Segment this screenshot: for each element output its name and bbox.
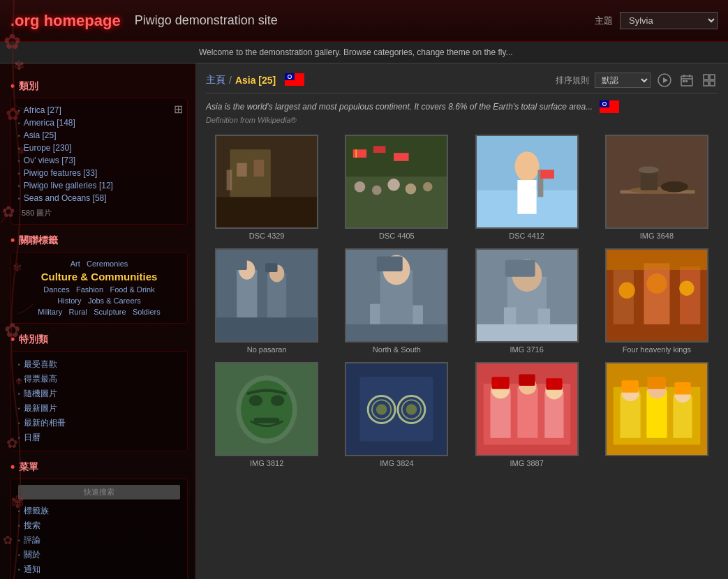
photo-item-img3824[interactable]: IMG 3824	[336, 362, 457, 467]
cat-item-ovviews[interactable]: Ov' views [73]	[18, 154, 180, 167]
tag-history[interactable]: History	[57, 296, 81, 305]
photo-thumb-last[interactable]	[605, 362, 708, 456]
thumb-inner	[477, 250, 577, 341]
cat-piwigofeatures-link[interactable]: Piwigo features [33]	[24, 168, 97, 178]
photo-label-nopasaran: No pasaran	[247, 345, 287, 354]
svg-rect-31	[394, 153, 408, 161]
special-recentalbums-link[interactable]: 最新的相冊	[24, 417, 66, 429]
cat-item-piwigolive[interactable]: Piwigo live galleries [12]	[18, 179, 180, 192]
theme-select[interactable]: Sylvia Bootstrap Clear Default Elegant G…	[620, 12, 718, 29]
svg-point-84	[271, 396, 284, 407]
cat-item-seasoceans[interactable]: Seas and Oceans [58]	[18, 192, 180, 204]
special-calendar-link[interactable]: 日曆	[24, 432, 40, 444]
menu-comments-link[interactable]: 評論	[24, 534, 40, 546]
menu-tags[interactable]: 標籤族	[18, 504, 180, 518]
cat-america-link[interactable]: America [148]	[24, 118, 75, 128]
thumb-svg-dsc4405	[346, 135, 447, 229]
menu-search[interactable]: 搜索	[18, 518, 180, 533]
svg-rect-25	[227, 170, 232, 190]
menu-search-link[interactable]: 搜索	[24, 520, 40, 532]
thumb-inner	[216, 363, 317, 455]
photo-thumb-fourheavenly[interactable]	[605, 248, 708, 343]
breadcrumb: 主頁 / Asia [25]	[206, 73, 304, 88]
thumb-inner	[477, 363, 577, 455]
cat-item-africa[interactable]: Africa [27]	[18, 104, 180, 116]
tag-culture[interactable]: Culture & Communities	[41, 271, 158, 283]
special-random-link[interactable]: 隨機圖片	[24, 388, 57, 400]
menu-notification[interactable]: 通知	[18, 562, 180, 577]
special-recent-link[interactable]: 最新圖片	[24, 403, 57, 414]
cat-item-europe[interactable]: Europe [230]	[18, 142, 180, 154]
breadcrumb-home[interactable]: 主頁	[206, 74, 225, 87]
tag-art[interactable]: Art	[70, 260, 80, 268]
tag-food[interactable]: Food & Drink	[110, 285, 154, 294]
calendar-icon-svg	[680, 73, 694, 87]
photo-thumb-dsc4405[interactable]	[345, 135, 448, 229]
thumb-inner	[607, 250, 707, 341]
photo-item-fourheavenly[interactable]: Four heavenly kings	[596, 248, 718, 354]
cat-item-piwigofeatures[interactable]: Piwigo features [33]	[18, 167, 180, 179]
tag-sculpture[interactable]: Sculpture	[94, 308, 126, 316]
svg-point-39	[514, 151, 539, 181]
special-recent[interactable]: 最新圖片	[18, 401, 180, 416]
special-toprated-link[interactable]: 得票最高	[24, 373, 57, 385]
cat-europe-link[interactable]: Europe [230]	[24, 143, 72, 153]
photo-item-img3716[interactable]: IMG 3716	[466, 248, 588, 354]
cat-item-america[interactable]: America [148]	[18, 116, 180, 129]
cat-africa-link[interactable]: Africa [27]	[24, 105, 61, 115]
cat-piwigolive-link[interactable]: Piwigo live galleries [12]	[24, 181, 113, 190]
photo-thumb-northsouth[interactable]	[345, 248, 448, 343]
photo-item-dsc4405[interactable]: DSC 4405	[336, 135, 457, 240]
svg-point-19	[603, 103, 606, 105]
photo-thumb-img3887[interactable]	[475, 362, 579, 456]
photo-item-img3812[interactable]: IMG 3812	[206, 362, 327, 467]
menu-tags-link[interactable]: 標籤族	[24, 505, 49, 517]
photo-thumb-dsc4412[interactable]	[475, 135, 579, 229]
photo-thumb-dsc4329[interactable]	[215, 135, 318, 229]
tag-fashion[interactable]: Fashion	[76, 285, 103, 294]
svg-rect-29	[356, 149, 357, 158]
tag-rural[interactable]: Rural	[68, 308, 87, 316]
photo-thumb-nopasaran[interactable]	[215, 248, 318, 343]
special-random[interactable]: 隨機圖片	[18, 386, 180, 401]
photo-thumb-img3716[interactable]	[475, 248, 579, 343]
svg-point-48	[661, 181, 688, 193]
menu-notification-link[interactable]: 通知	[24, 564, 40, 576]
tag-ceremonies[interactable]: Ceremonies	[87, 260, 128, 268]
tag-military[interactable]: Military	[38, 308, 62, 316]
tag-dances[interactable]: Dances	[43, 285, 69, 294]
photo-item-img3648[interactable]: IMG 3648	[596, 135, 718, 240]
welcome-text: Welcome to the demonstration gallery. Br…	[199, 47, 513, 57]
sort-select[interactable]: 默認 文件名 評分 訪問次數 最新上傳	[595, 73, 651, 88]
tag-jobs[interactable]: Jobs & Careers	[88, 296, 141, 305]
photo-thumb-img3812[interactable]	[215, 362, 318, 456]
tag-soldiers[interactable]: Soldiers	[133, 308, 161, 316]
slideshow-icon[interactable]	[656, 72, 673, 89]
thumb-inner	[607, 363, 707, 455]
photo-item-dsc4412[interactable]: DSC 4412	[466, 135, 588, 240]
menu-about[interactable]: 關於	[18, 548, 180, 562]
special-favorites[interactable]: 最受喜歡	[18, 357, 180, 372]
photo-item-nopasaran[interactable]: No pasaran	[206, 248, 327, 354]
menu-about-link[interactable]: 關於	[24, 549, 40, 561]
category-name: Asia	[235, 75, 256, 86]
special-favorites-link[interactable]: 最受喜歡	[24, 359, 57, 370]
cat-ovviews-link[interactable]: Ov' views [73]	[24, 156, 75, 165]
special-toprated[interactable]: 得票最高	[18, 372, 180, 386]
photo-item-last[interactable]	[596, 362, 718, 467]
menu-comments[interactable]: 評論	[18, 533, 180, 548]
special-calendar[interactable]: 日曆	[18, 430, 180, 445]
cat-seasoceans-link[interactable]: Seas and Oceans [58]	[24, 193, 107, 203]
special-recentalbums[interactable]: 最新的相冊	[18, 416, 180, 430]
svg-rect-10	[683, 80, 685, 82]
photo-item-northsouth[interactable]: North & South	[336, 248, 457, 354]
calendar-icon[interactable]	[678, 72, 695, 89]
view-icon[interactable]	[701, 72, 718, 89]
sidebar: 類別 ⊞ Africa [27] America [148] Asia [25]…	[0, 63, 195, 579]
photo-item-dsc4329[interactable]: DSC 4329	[206, 135, 327, 240]
photo-thumb-img3648[interactable]	[605, 135, 708, 229]
cat-asia-link[interactable]: Asia [25]	[24, 130, 57, 140]
photo-thumb-img3824[interactable]	[345, 362, 448, 456]
cat-item-asia[interactable]: Asia [25]	[18, 129, 180, 142]
photo-item-img3887[interactable]: IMG 3887	[466, 362, 588, 467]
